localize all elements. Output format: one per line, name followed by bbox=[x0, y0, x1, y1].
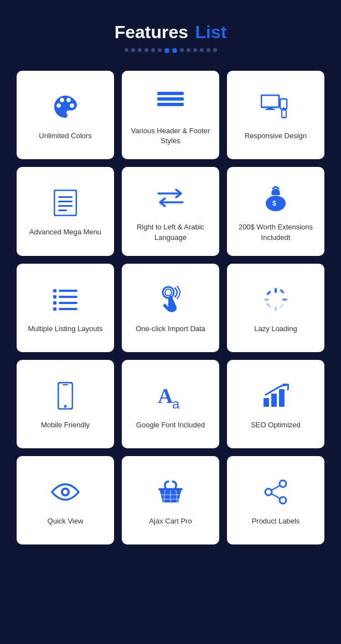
eye-icon bbox=[51, 478, 80, 506]
card-extensions: $ 200$ Worth Extensions Includedt bbox=[227, 167, 324, 255]
svg-rect-23 bbox=[53, 301, 56, 305]
svg-point-53 bbox=[280, 480, 286, 487]
svg-rect-35 bbox=[266, 302, 271, 307]
dot bbox=[151, 48, 155, 52]
svg-rect-29 bbox=[275, 288, 277, 293]
section-header: Features List bbox=[17, 22, 324, 53]
svg-point-39 bbox=[64, 405, 67, 407]
svg-rect-22 bbox=[59, 296, 78, 298]
svg-rect-1 bbox=[157, 97, 184, 101]
svg-line-56 bbox=[271, 485, 280, 490]
svg-rect-36 bbox=[280, 289, 285, 294]
svg-rect-44 bbox=[279, 389, 285, 407]
card-label: Unlimited Colors bbox=[39, 131, 91, 141]
card-label: Product Labels bbox=[252, 516, 300, 526]
svg-rect-31 bbox=[264, 299, 269, 301]
svg-rect-24 bbox=[59, 302, 78, 304]
card-label: SEO Optimized bbox=[251, 420, 301, 430]
card-label: Quick View bbox=[48, 516, 84, 526]
svg-rect-42 bbox=[264, 398, 269, 407]
svg-point-55 bbox=[280, 497, 286, 504]
spinner-icon bbox=[263, 285, 288, 314]
svg-rect-3 bbox=[261, 95, 279, 107]
card-label: Right to Left & Arabic Language bbox=[128, 222, 213, 242]
devices-icon bbox=[261, 92, 291, 121]
svg-rect-2 bbox=[157, 103, 184, 106]
dot bbox=[131, 48, 135, 52]
card-label: Mobile Friendly bbox=[41, 420, 90, 430]
card-rtl: Right to Left & Arabic Language bbox=[122, 167, 219, 255]
palette-icon bbox=[52, 92, 79, 121]
svg-rect-0 bbox=[157, 92, 184, 95]
card-header-footer: Various Header & Footer Styles bbox=[122, 71, 219, 159]
svg-rect-21 bbox=[53, 295, 56, 299]
svg-rect-33 bbox=[266, 290, 271, 295]
svg-rect-13 bbox=[58, 205, 73, 207]
svg-rect-12 bbox=[58, 201, 73, 202]
svg-rect-4 bbox=[267, 107, 273, 109]
list-layout-icon bbox=[53, 285, 78, 314]
share-icon bbox=[263, 478, 288, 506]
svg-rect-52 bbox=[158, 488, 183, 490]
card-lazy-loading: Lazy Loading bbox=[227, 264, 324, 352]
dot bbox=[144, 48, 148, 52]
dot-active bbox=[172, 48, 177, 53]
moneybag-icon: $ bbox=[265, 184, 287, 212]
card-font: A a Google Font Included bbox=[122, 360, 219, 448]
dot bbox=[206, 48, 210, 52]
header-title-row: Features List bbox=[17, 22, 324, 43]
features-grid: Unlimited Colors Various Header & Footer… bbox=[17, 71, 324, 544]
dot bbox=[200, 48, 204, 52]
card-unlimited-colors: Unlimited Colors bbox=[17, 71, 114, 159]
svg-rect-5 bbox=[265, 109, 275, 110]
arrows-lr-icon bbox=[156, 184, 185, 212]
header-title: Features bbox=[115, 22, 188, 42]
svg-rect-11 bbox=[58, 196, 73, 198]
card-import: One-click Import Data bbox=[122, 264, 219, 352]
card-responsive: Responsive Design bbox=[227, 71, 324, 159]
svg-line-57 bbox=[271, 494, 280, 499]
svg-point-9 bbox=[283, 116, 285, 117]
card-label: Responsive Design bbox=[245, 131, 307, 141]
svg-rect-26 bbox=[59, 308, 78, 310]
card-label: Various Header & Footer Styles bbox=[128, 126, 213, 146]
doc-lines-icon bbox=[54, 189, 77, 217]
card-label: Lazy Loading bbox=[254, 324, 297, 334]
svg-rect-43 bbox=[271, 394, 277, 407]
dot bbox=[180, 48, 184, 52]
menu-device-icon bbox=[156, 87, 185, 116]
page-wrapper: Features List bbox=[0, 0, 341, 567]
card-product-labels: Product Labels bbox=[227, 456, 324, 544]
card-quick-view: Quick View bbox=[17, 456, 114, 544]
dot bbox=[125, 48, 128, 52]
basket-icon bbox=[157, 478, 184, 506]
svg-point-7 bbox=[283, 107, 284, 108]
dot bbox=[187, 48, 190, 52]
svg-rect-30 bbox=[275, 306, 277, 311]
dot bbox=[213, 48, 217, 52]
dots-row bbox=[17, 48, 324, 53]
card-mobile: Mobile Friendly bbox=[17, 360, 114, 448]
chart-up-icon bbox=[262, 381, 289, 410]
svg-rect-38 bbox=[63, 384, 68, 385]
dot bbox=[193, 48, 197, 52]
svg-point-54 bbox=[265, 489, 272, 495]
dot bbox=[158, 48, 162, 52]
svg-rect-20 bbox=[59, 290, 78, 292]
svg-rect-10 bbox=[54, 190, 76, 216]
card-label: Google Font Included bbox=[136, 420, 205, 430]
card-label: Advanced Mega Menu bbox=[29, 227, 101, 237]
svg-rect-19 bbox=[53, 289, 56, 292]
card-label: Multiple Listing Layouts bbox=[28, 324, 102, 334]
card-listing-layouts: Multiple Listing Layouts bbox=[17, 264, 114, 352]
card-label: Ajax Cart Pro bbox=[149, 516, 192, 526]
svg-rect-14 bbox=[58, 210, 67, 211]
card-ajax-cart: Ajax Cart Pro bbox=[122, 456, 219, 544]
svg-point-28 bbox=[165, 289, 172, 296]
header-title-accent: List bbox=[195, 22, 226, 42]
svg-text:$: $ bbox=[272, 200, 276, 207]
svg-rect-34 bbox=[279, 303, 284, 308]
svg-rect-25 bbox=[53, 307, 56, 311]
font-icon: A a bbox=[157, 381, 184, 410]
card-mega-menu: Advanced Mega Menu bbox=[17, 167, 114, 255]
